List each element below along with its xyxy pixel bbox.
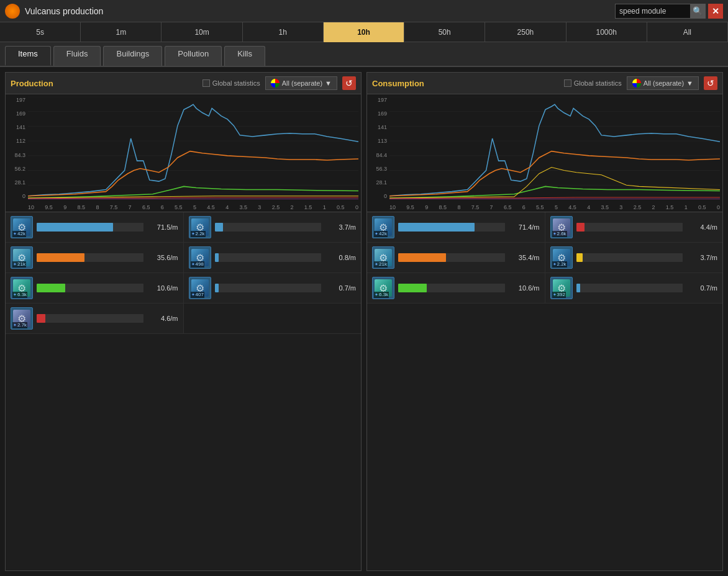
time-btn-1h[interactable]: 1h (243, 22, 324, 42)
production-panel: Production Global statistics All (separa… (5, 72, 362, 571)
c-item-icon-5: ✦2.2k (550, 246, 573, 269)
item-rate-5: 3.7/m (325, 223, 356, 231)
production-item-2[interactable]: ✦21k 35.6/m (6, 243, 184, 273)
production-global-stats: Global statistics (202, 79, 260, 87)
item-count-3: ✦6.3k (12, 292, 27, 298)
item-rate-6: 0.8/m (325, 254, 356, 261)
time-btn-250h[interactable]: 250h (485, 22, 566, 42)
time-btn-1000h[interactable]: 1000h (566, 22, 647, 42)
production-item-5[interactable]: ✦2.2k 3.7/m (184, 212, 362, 243)
item-icon-5: ✦2.2k (189, 216, 211, 238)
consumption-item-1[interactable]: ✦42k 71.4/m (367, 212, 545, 243)
consumption-dropdown[interactable]: All (separate) ▼ (627, 76, 699, 90)
production-item-6[interactable]: ✦498 0.8/m (184, 243, 362, 273)
c-item-icon-1: ✦42k (372, 216, 394, 238)
consumption-item-2[interactable]: ✦21k 35.4/m (367, 243, 545, 273)
c-item-rate-4: 4.4/m (686, 223, 717, 231)
production-item-empty (184, 304, 362, 334)
app-title: Vulcanus production (25, 6, 615, 16)
search-button[interactable]: 🔍 (690, 4, 705, 19)
consumption-panel: Consumption Global statistics All (separ… (366, 72, 723, 571)
consumption-y-labels: 197 169 141 113 84.4 56.3 28.1 0 (367, 97, 388, 199)
production-y-labels: 197 169 141 112 84.3 56.2 28.1 0 (6, 97, 27, 199)
consumption-chart: 197 169 141 113 84.4 56.3 28.1 0 (367, 94, 722, 212)
production-items-row-2: ✦21k 35.6/m ✦498 (6, 243, 361, 273)
item-rate-2: 35.6/m (147, 254, 178, 261)
c-item-count-4: ✦2.6k (552, 231, 567, 237)
consumption-items-row-2: ✦21k 35.4/m ✦2.2k (367, 243, 722, 273)
time-btn-10m[interactable]: 10m (162, 22, 242, 42)
consumption-global-stats-checkbox[interactable] (564, 79, 571, 87)
item-icon-4: ✦2.7k (11, 307, 33, 330)
production-item-4[interactable]: ✦2.7k 4.6/m (6, 304, 184, 334)
consumption-chart-svg (389, 97, 720, 199)
production-item-7[interactable]: ✦407 0.7/m (184, 273, 362, 304)
time-btn-all[interactable]: All (647, 22, 728, 42)
c-item-icon-2: ✦21k (372, 246, 394, 269)
item-count-1: ✦42k (12, 231, 26, 237)
production-items-row-1: ✦42k 71.5/m ✦2.2k (6, 212, 361, 243)
time-btn-1m[interactable]: 1m (81, 22, 162, 42)
production-header: Production Global statistics All (separa… (6, 73, 361, 94)
tab-fluids[interactable]: Fluids (53, 46, 101, 66)
item-count-6: ✦498 (191, 261, 204, 268)
production-global-stats-checkbox[interactable] (202, 79, 210, 87)
c-item-icon-4: ✦2.6k (550, 216, 573, 238)
consumption-item-6[interactable]: ✦392 0.7/m (545, 273, 723, 304)
c-item-rate-3: 10.6/m (509, 284, 540, 292)
item-count-5: ✦2.2k (191, 231, 206, 237)
c-item-count-1: ✦42k (374, 231, 388, 237)
chevron-down-icon: ▼ (325, 79, 332, 87)
app-icon (5, 4, 20, 19)
consumption-x-labels: 10 9.5 9 8.5 8 7.5 7 6.5 6 5.5 5 4.5 4 3… (389, 204, 720, 210)
production-items-row-3: ✦6.3k 10.6/m ✦407 (6, 273, 361, 304)
timebar: 5s1m10m1h10h50h250h1000hAll (0, 22, 728, 42)
color-icon (271, 79, 280, 88)
time-btn-5s[interactable]: 5s (0, 22, 81, 42)
consumption-reset-button[interactable]: ↺ (704, 76, 717, 90)
search-input[interactable] (616, 7, 690, 16)
item-rate-7: 0.7/m (325, 284, 356, 292)
c-item-rate-1: 71.4/m (509, 223, 540, 231)
chevron-down-icon-2: ▼ (686, 79, 693, 87)
close-button[interactable]: ✕ (708, 4, 723, 19)
consumption-empty-area (367, 304, 722, 570)
c-item-count-2: ✦21k (374, 261, 388, 268)
item-rate-1: 71.5/m (147, 223, 178, 231)
main-content: Production Global statistics All (separa… (0, 67, 728, 576)
consumption-color-icon (632, 79, 641, 88)
consumption-item-5[interactable]: ✦2.2k 3.7/m (545, 243, 723, 273)
tab-pollution[interactable]: Pollution (165, 46, 222, 66)
search-box: 🔍 (615, 4, 706, 19)
production-reset-button[interactable]: ↺ (342, 76, 356, 90)
time-btn-50h[interactable]: 50h (404, 22, 485, 42)
tab-kills[interactable]: Kills (224, 46, 265, 66)
production-chart: 197 169 141 112 84.3 56.2 28.1 0 (6, 94, 361, 212)
c-item-count-3: ✦6.3k (374, 292, 389, 298)
consumption-global-stats: Global statistics (564, 79, 622, 87)
consumption-items-row-1: ✦42k 71.4/m ✦2.6k (367, 212, 722, 243)
item-icon-2: ✦21k (11, 246, 33, 269)
c-item-rate-6: 0.7/m (686, 284, 717, 292)
item-icon-6: ✦498 (189, 246, 211, 269)
titlebar: Vulcanus production 🔍 ✕ (0, 0, 728, 22)
production-item-1[interactable]: ✦42k 71.5/m (6, 212, 184, 243)
consumption-items-list: ✦42k 71.4/m ✦2.6k (367, 212, 722, 570)
tab-items[interactable]: Items (5, 46, 51, 66)
c-item-rate-5: 3.7/m (686, 254, 717, 261)
production-item-3[interactable]: ✦6.3k 10.6/m (6, 273, 184, 304)
consumption-item-4[interactable]: ✦2.6k 4.4/m (545, 212, 723, 243)
production-dropdown[interactable]: All (separate) ▼ (265, 76, 337, 90)
production-items-list: ✦42k 71.5/m ✦2.2k (6, 212, 361, 570)
c-item-icon-6: ✦392 (550, 277, 573, 299)
item-icon-7: ✦407 (189, 277, 211, 299)
production-chart-svg (28, 97, 358, 199)
consumption-header: Consumption Global statistics All (separ… (367, 73, 722, 94)
tab-buildings[interactable]: Buildings (103, 46, 162, 66)
production-x-labels: 10 9.5 9 8.5 8 7.5 7 6.5 6 5.5 5 4.5 4 3… (28, 204, 358, 210)
item-rate-4: 4.6/m (147, 315, 178, 322)
time-btn-10h[interactable]: 10h (324, 22, 404, 42)
item-count-2: ✦21k (12, 261, 26, 268)
consumption-item-3[interactable]: ✦6.3k 10.6/m (367, 273, 545, 304)
item-icon-3: ✦6.3k (11, 277, 33, 299)
